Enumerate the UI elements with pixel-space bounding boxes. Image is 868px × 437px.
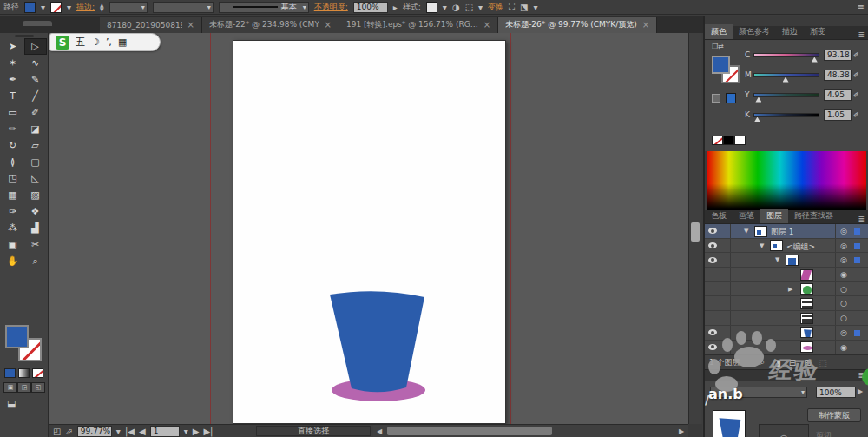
new-layer-icon[interactable]: ⊞	[804, 358, 811, 367]
color-panel-menu-icon[interactable]: ≣	[858, 30, 868, 39]
color-panel-tab-颜色[interactable]: 颜色	[705, 24, 733, 39]
layer-row-6[interactable]: ○	[705, 296, 868, 311]
select-similar-icon[interactable]: ⬚	[465, 3, 473, 12]
tab-close-icon[interactable]: ×	[325, 20, 332, 30]
document-tab-2[interactable]: 未标题-22* @ 234.98% (CMYK/…×	[202, 17, 339, 33]
tool-rectangle-icon[interactable]: ▭	[2, 104, 24, 121]
hscroll-left-icon[interactable]: ◀	[373, 427, 385, 435]
export-icon[interactable]: ⬀	[65, 427, 72, 436]
lock-column[interactable]	[720, 326, 731, 340]
selection-indicator[interactable]	[854, 228, 860, 235]
layer-row-7[interactable]: ○	[705, 311, 868, 326]
ime-mode-label[interactable]: 五	[76, 36, 85, 49]
tool-eyedropper-icon[interactable]: ✑	[2, 203, 24, 220]
visibility-toggle[interactable]	[705, 311, 720, 325]
tool-scale-icon[interactable]: ▱	[24, 137, 47, 154]
target-circle-icon[interactable]: ◎	[840, 328, 847, 337]
tab-close-icon[interactable]: ×	[642, 20, 649, 30]
variable-width-dropdown[interactable]	[153, 2, 214, 13]
channel-value-field[interactable]: 1.05	[824, 109, 852, 121]
tool-line-segment-icon[interactable]: ╱	[24, 88, 47, 104]
tool-symbol-sprayer-icon[interactable]: ⁂	[2, 220, 24, 236]
selection-indicator[interactable]	[854, 243, 860, 249]
toolbar-fill-swatch[interactable]	[5, 325, 29, 348]
artboard[interactable]	[233, 40, 506, 424]
visibility-toggle[interactable]	[705, 296, 720, 310]
document-tab-1[interactable]: 87180_20190508195524308085.ai*×	[100, 17, 202, 33]
tool-magic-wand-icon[interactable]: ✶	[2, 55, 24, 71]
channel-value-field[interactable]: 48.38	[824, 70, 852, 81]
target-circle-icon[interactable]: ◉	[840, 270, 847, 279]
channel-value-field[interactable]: 93.18	[824, 50, 852, 61]
visibility-toggle[interactable]	[705, 326, 720, 340]
stroke-color-swatch[interactable]	[50, 2, 62, 13]
layer-thumbnail[interactable]	[800, 283, 813, 295]
selection-indicator[interactable]	[854, 330, 860, 336]
visibility-toggle[interactable]	[705, 268, 720, 281]
tool-pen-icon[interactable]: ✒	[2, 71, 24, 88]
tool-shape-builder-icon[interactable]: ◳	[2, 170, 24, 187]
tool-rotate-icon[interactable]: ↻	[2, 137, 24, 154]
horizontal-scrollbar[interactable]: ◀ ▶	[373, 424, 688, 437]
make-mask-button[interactable]: 制作蒙版	[807, 408, 861, 422]
ime-toolbar[interactable]: S 五 ☽ ’, ▦	[49, 33, 161, 51]
mask-thumbnail-placeholder[interactable]: ⊘	[759, 424, 809, 437]
draw-inside-button[interactable]: ◱	[31, 382, 45, 393]
transparency-panel-header[interactable]: ≣	[705, 369, 868, 381]
canvas-area[interactable]: S 五 ☽ ’, ▦	[49, 33, 688, 424]
tools-dock-handle[interactable]	[23, 21, 52, 26]
tool-hand-icon[interactable]: ✋	[2, 253, 24, 269]
tool-width-icon[interactable]: ≬	[2, 154, 24, 170]
expander-icon[interactable]: ▼	[760, 242, 764, 249]
channel-slider-thumb[interactable]	[754, 117, 760, 122]
black-swatch[interactable]	[723, 136, 734, 145]
screen-mode-button[interactable]: ⬓	[7, 398, 16, 409]
none-button[interactable]	[32, 368, 43, 378]
distribute-dropdown-icon[interactable]: ▾	[534, 3, 538, 12]
opacity-link[interactable]: 不透明度:	[314, 2, 348, 13]
stroke-weight-stepper[interactable]: ▲▼	[100, 3, 104, 11]
draw-normal-button[interactable]: ▣	[3, 382, 17, 393]
layer-thumbnail[interactable]	[754, 226, 767, 237]
layer-name[interactable]: <编组>	[786, 242, 815, 253]
visibility-toggle[interactable]	[705, 341, 720, 354]
mid-panel-menu-icon[interactable]: ≣	[858, 215, 868, 223]
guide-line-right[interactable]	[510, 33, 511, 424]
lock-column[interactable]	[720, 296, 731, 310]
visibility-toggle[interactable]	[705, 282, 720, 296]
transparency-opacity-step-icon[interactable]: ▶	[858, 387, 863, 395]
distribute-icon[interactable]: ⬔	[520, 3, 528, 12]
visibility-toggle[interactable]	[705, 224, 720, 238]
lock-column[interactable]	[720, 224, 731, 238]
color-button[interactable]	[4, 368, 16, 378]
style-swatch[interactable]	[426, 2, 437, 13]
gradient-button[interactable]	[18, 368, 30, 378]
vertical-scrollbar-thumb[interactable]	[691, 222, 700, 242]
tool-gradient-icon[interactable]: ▨	[24, 187, 47, 203]
tab-close-icon[interactable]: ×	[483, 20, 490, 30]
color-panel-tab-描边[interactable]: 描边	[776, 24, 804, 39]
next-artboard-icon[interactable]: ▶	[193, 427, 200, 436]
target-circle-icon[interactable]: ○	[840, 299, 847, 308]
tool-type-icon[interactable]: T	[2, 88, 24, 104]
tool-free-transform-icon[interactable]: ▢	[24, 154, 47, 170]
layer-name[interactable]: …	[802, 255, 810, 264]
new-sublayer-icon[interactable]: ⊟	[789, 358, 796, 367]
layer-thumbnail[interactable]	[800, 327, 813, 338]
tool-eraser-icon[interactable]: ◪	[24, 121, 47, 137]
artboard-number-field[interactable]: 1	[150, 426, 180, 437]
layer-name[interactable]: 图层 1	[771, 227, 794, 238]
lock-column[interactable]	[720, 239, 731, 253]
tool-lasso-icon[interactable]: ∿	[24, 55, 47, 71]
align-icon[interactable]: ⛶	[509, 2, 515, 12]
channel-slider[interactable]	[753, 73, 819, 77]
object-thumbnail[interactable]	[713, 410, 746, 437]
zoom-dropdown-icon[interactable]: ▾	[116, 427, 121, 436]
first-artboard-icon[interactable]: |◀	[125, 427, 135, 436]
locate-object-icon[interactable]: ⌕	[760, 357, 766, 367]
channel-slider-thumb[interactable]	[755, 97, 761, 103]
mid-panel-tab-色板[interactable]: 色板	[705, 209, 733, 223]
draw-behind-button[interactable]: ◲	[17, 382, 31, 393]
layer-row-9[interactable]: ◉	[705, 341, 868, 355]
tool-perspective-grid-icon[interactable]: ◺	[24, 170, 47, 187]
